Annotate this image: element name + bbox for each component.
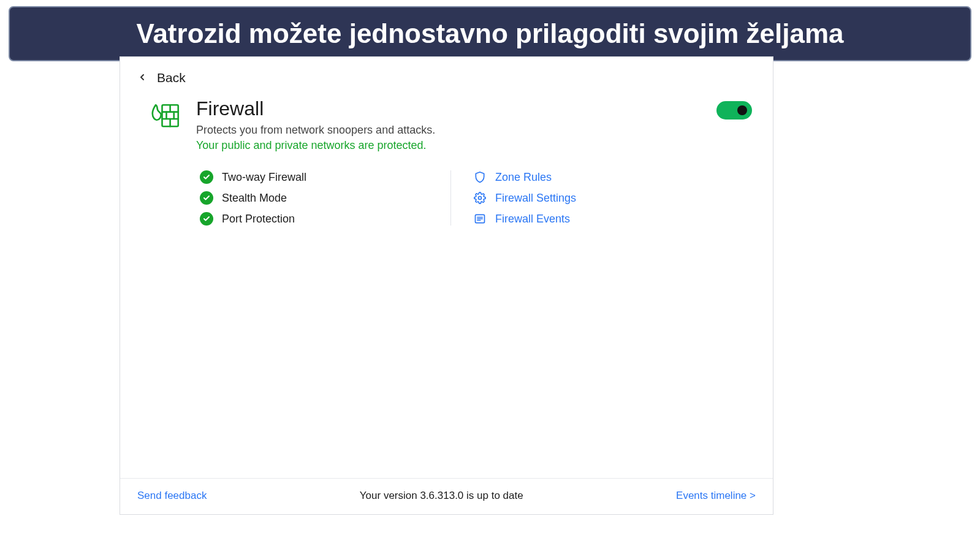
feature-label: Two-way Firewall (222, 171, 306, 184)
link-firewall-settings[interactable]: Firewall Settings (473, 191, 702, 205)
version-text: Your version 3.6.313.0 is up to date (360, 490, 523, 502)
page-title: Firewall (196, 97, 702, 120)
chevron-left-icon (137, 72, 147, 84)
link-label: Zone Rules (495, 171, 552, 184)
feature-list: Two-way Firewall Stealth Mode Port Prote… (200, 170, 451, 226)
feature-two-way-firewall: Two-way Firewall (200, 170, 426, 184)
links-list: Zone Rules Firewall Settings Firewall Ev… (451, 170, 702, 226)
check-icon (200, 170, 213, 184)
firewall-panel: Back Firewall Protects you from network … (120, 56, 773, 515)
gear-icon (473, 191, 487, 205)
shield-icon (473, 170, 487, 184)
feature-label: Port Protection (222, 213, 295, 226)
header-text: Firewall Protects you from network snoop… (196, 97, 702, 152)
status-text: Your public and private networks are pro… (196, 139, 702, 152)
check-icon (200, 212, 213, 226)
back-label: Back (157, 70, 186, 85)
header-row: Firewall Protects you from network snoop… (120, 85, 773, 152)
list-icon (473, 212, 487, 226)
page-subtitle: Protects you from network snoopers and a… (196, 124, 702, 137)
events-timeline-link[interactable]: Events timeline > (676, 490, 756, 502)
annotation-banner: Vatrozid možete jednostavno prilagoditi … (9, 6, 971, 61)
banner-text: Vatrozid možete jednostavno prilagoditi … (136, 18, 843, 48)
check-icon (200, 191, 213, 205)
svg-point-7 (479, 197, 482, 200)
link-firewall-events[interactable]: Firewall Events (473, 212, 702, 226)
features-row: Two-way Firewall Stealth Mode Port Prote… (120, 170, 773, 226)
firewall-toggle[interactable] (716, 101, 752, 120)
feature-label: Stealth Mode (222, 192, 287, 205)
firewall-icon (147, 97, 181, 134)
link-zone-rules[interactable]: Zone Rules (473, 170, 702, 184)
link-label: Firewall Events (495, 213, 570, 226)
feature-stealth-mode: Stealth Mode (200, 191, 426, 205)
send-feedback-link[interactable]: Send feedback (137, 490, 207, 502)
toggle-knob (737, 105, 747, 115)
link-label: Firewall Settings (495, 192, 576, 205)
footer: Send feedback Your version 3.6.313.0 is … (120, 478, 773, 514)
back-button[interactable]: Back (120, 57, 203, 85)
feature-port-protection: Port Protection (200, 212, 426, 226)
